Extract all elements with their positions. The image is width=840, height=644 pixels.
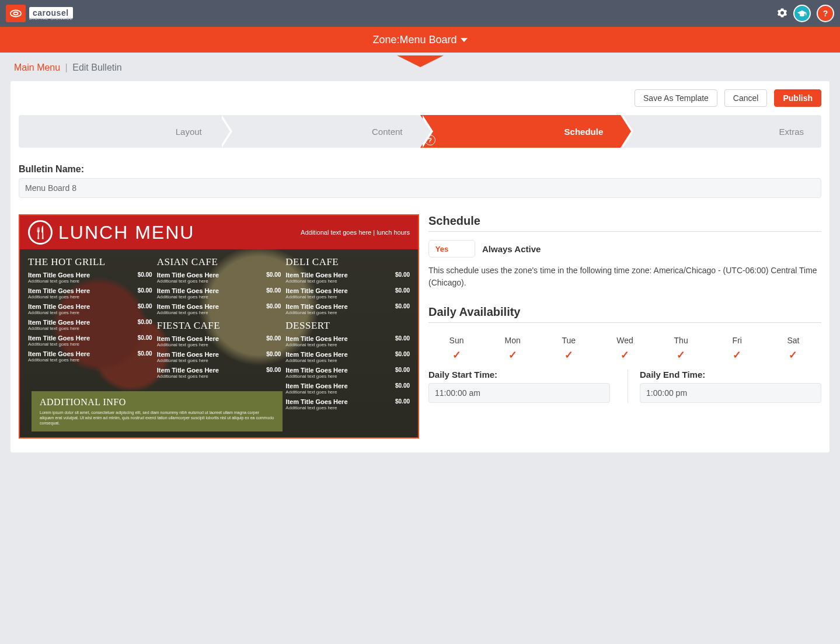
brand-logo[interactable]: carousel DIGITAL SIGNAGE [6,5,73,22]
bulletin-preview: LUNCH MENU Additional text goes here | l… [19,214,419,438]
timezone-note: This schedule uses the zone's time in th… [428,264,821,289]
brand-tagline: DIGITAL SIGNAGE [29,16,73,20]
check-icon: ✓ [541,349,597,361]
graduation-cap-icon [797,10,807,17]
menu-item-price: $0.00 [395,382,410,389]
menu-item: Item Title Goes HereAdditional text goes… [285,287,410,300]
menu-item-desc: Additional text goes here [157,310,281,315]
publish-button[interactable]: Publish [774,89,821,107]
menu-item: Item Title Goes HereAdditional text goes… [285,382,410,395]
menu-item-desc: Additional text goes here [157,279,281,284]
check-icon: ✓ [428,349,485,361]
gear-icon [777,8,787,18]
menu-item-title: Item Title Goes Here [285,303,410,310]
menu-item-title: Item Title Goes Here [285,335,410,342]
bulletin-name-label: Bulletin Name: [19,164,821,175]
menu-item-price: $0.00 [266,303,281,309]
check-icon: ✓ [485,349,541,361]
menu-item-price: $0.00 [266,351,281,357]
step-label: Content [372,127,403,137]
preview-subtitle: Additional text goes here | lunch hours [301,229,410,236]
day-toggle[interactable]: Tue✓ [541,336,597,361]
menu-item-price: $0.00 [138,287,152,294]
menu-item: Item Title Goes HereAdditional text goes… [285,335,410,347]
zone-bar-point [397,55,444,67]
daily-start-input[interactable] [428,383,610,403]
settings-button[interactable] [777,8,787,20]
menu-item: Item Title Goes HereAdditional text goes… [28,335,152,347]
menu-item-title: Item Title Goes Here [157,287,281,294]
brand-mark-icon [6,5,26,22]
menu-item-price: $0.00 [138,335,152,341]
help-button[interactable]: ? [817,5,834,22]
breadcrumb-main-menu[interactable]: Main Menu [14,62,60,72]
zone-selector[interactable]: Zone: Menu Board [0,27,840,53]
menu-item-price: $0.00 [395,351,410,357]
menu-item: Item Title Goes HereAdditional text goes… [285,398,410,410]
menu-item-price: $0.00 [266,271,281,278]
menu-item: Item Title Goes HereAdditional text goes… [157,271,281,284]
day-toggle[interactable]: Fri✓ [709,336,765,361]
zone-name: Menu Board [399,34,456,46]
preview-info-body: Lorem ipsum dolor sit amet, consectetuer… [40,410,274,426]
day-toggle[interactable]: Sat✓ [765,336,821,361]
menu-item-desc: Additional text goes here [157,294,281,300]
day-toggle[interactable]: Sun✓ [428,336,485,361]
menu-item: Item Title Goes HereAdditional text goes… [285,271,410,284]
day-toggle[interactable]: Thu✓ [653,336,709,361]
day-label: Thu [653,336,709,345]
menu-item-desc: Additional text goes here [285,279,410,284]
bulletin-name-input[interactable] [19,178,821,198]
menu-item-title: Item Title Goes Here [28,287,152,294]
cancel-button[interactable]: Cancel [724,89,768,107]
menu-item-desc: Additional text goes here [285,374,410,379]
breadcrumb-current: Edit Bulletin [72,62,122,72]
menu-item-title: Item Title Goes Here [285,382,410,389]
menu-item-desc: Additional text goes here [157,342,281,347]
menu-item-title: Item Title Goes Here [157,303,281,310]
menu-item-desc: Additional text goes here [157,374,281,379]
daily-end-column: Daily End Time: [628,370,821,403]
menu-item-price: $0.00 [395,303,410,309]
save-as-template-button[interactable]: Save As Template [635,89,717,107]
menu-item-desc: Additional text goes here [285,358,410,363]
menu-item-title: Item Title Goes Here [28,319,152,326]
menu-item: Item Title Goes HereAdditional text goes… [157,335,281,347]
menu-item-price: $0.00 [395,271,410,278]
menu-item-title: Item Title Goes Here [285,367,410,374]
daily-end-input[interactable] [640,383,821,403]
menu-item-desc: Additional text goes here [28,310,152,315]
menu-section-header: THE HOT GRILL [28,256,152,268]
menu-item: Item Title Goes HereAdditional text goes… [28,287,152,300]
daily-start-label: Daily Start Time: [428,370,610,380]
training-button[interactable] [793,5,811,22]
menu-item-desc: Additional text goes here [28,357,152,363]
menu-section-header: FIESTA CAFE [157,320,281,332]
always-active-toggle[interactable]: Yes [428,240,475,257]
check-icon: ✓ [765,349,821,361]
menu-item-price: $0.00 [266,287,281,294]
daily-end-label: Daily End Time: [640,370,821,380]
menu-item-desc: Additional text goes here [285,405,410,410]
menu-item-desc: Additional text goes here [285,389,410,395]
step-schedule[interactable]: ? Schedule [420,115,621,148]
menu-item-desc: Additional text goes here [285,342,410,347]
menu-item: Item Title Goes HereAdditional text goes… [28,271,152,284]
step-content[interactable]: Content [219,115,420,148]
step-extras[interactable]: Extras [621,115,821,148]
menu-item-price: $0.00 [138,350,152,357]
menu-item: Item Title Goes HereAdditional text goes… [157,351,281,363]
menu-item-title: Item Title Goes Here [28,335,152,342]
day-toggle[interactable]: Mon✓ [485,336,541,361]
day-label: Sun [428,336,485,345]
menu-item: Item Title Goes HereAdditional text goes… [157,287,281,300]
menu-item-title: Item Title Goes Here [157,367,281,374]
menu-column: DELI CAFEItem Title Goes HereAdditional … [285,256,410,430]
main-card: Save As Template Cancel Publish Layout C… [11,81,829,452]
svg-point-1 [13,12,18,15]
menu-item-desc: Additional text goes here [28,342,152,347]
menu-section-header: DESSERT [285,320,410,332]
step-label: Extras [779,127,804,137]
day-toggle[interactable]: Wed✓ [597,336,653,361]
step-layout[interactable]: Layout [19,115,219,148]
